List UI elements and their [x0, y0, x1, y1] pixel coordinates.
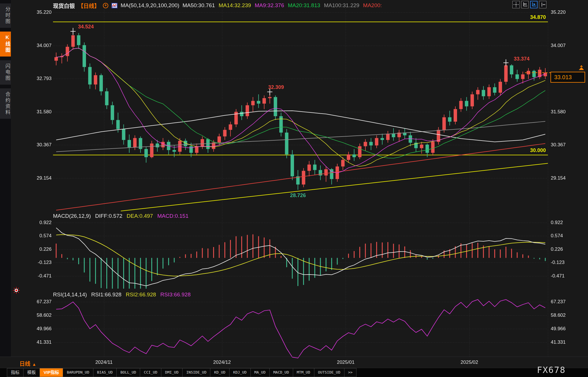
macd-axis-label: 0.574 [551, 233, 585, 239]
left-sidebar: 分时图K线图闪电图合约资料 [0, 0, 11, 357]
macd-axis-label: 0.922 [18, 220, 52, 226]
rsi-axis-label: 49.966 [551, 326, 585, 332]
horizontal-line-label: 34.870 [509, 14, 546, 20]
indicator-tab[interactable]: OUTSIDE_UD [314, 368, 344, 377]
ma-legend-item: MA50:30.761 [183, 2, 215, 8]
rsi-axis-label: 67.237 [18, 299, 52, 305]
indicator-tab[interactable]: VIP指标 [40, 368, 63, 377]
chart-type-icon[interactable] [111, 3, 117, 8]
macd-axis-label: 0.226 [551, 246, 585, 252]
macd-axis-label: 0.574 [18, 233, 52, 239]
plus-circle-icon[interactable]: + [103, 3, 108, 8]
time-axis-label: 2024/12 [205, 359, 239, 365]
last-price-label: 33.013 [550, 72, 585, 83]
axis-scale-button[interactable] [521, 1, 529, 8]
price-annotation: 34.524 [78, 24, 94, 30]
price-axis-label: 30.367 [551, 142, 585, 148]
time-axis: 日线▲ 2024/112024/122025/012025/02 [0, 357, 588, 368]
horizontal-line-label: 30.000 [509, 147, 546, 153]
period-selector[interactable]: 日线▲ [19, 359, 36, 367]
sidebar-item-[interactable]: 闪电图 [0, 60, 11, 85]
price-axis-label: 29.154 [18, 175, 52, 181]
price-annotation: 33.374 [514, 56, 530, 62]
ma-legend-item: MA9:32.376 [255, 2, 284, 8]
indicator-tab[interactable]: MA_UD [250, 368, 270, 377]
time-axis-label: 2025/02 [452, 359, 487, 365]
live-indicator-icon[interactable] [13, 287, 20, 295]
indicator-tab[interactable]: 指标 [7, 368, 23, 377]
period-tag: 【日线】 [78, 2, 100, 9]
chart-canvas[interactable] [0, 0, 588, 377]
crosshair-tool-button[interactable] [512, 1, 520, 8]
macd-value: MACD:0.151 [157, 213, 189, 219]
price-axis-label: 29.154 [551, 175, 585, 181]
rsi-axis-label: 49.966 [18, 326, 52, 332]
macd-dea-value: DEA:0.497 [127, 213, 153, 219]
macd-axis-label: 0.226 [18, 246, 52, 252]
ma-settings-label: MA(50,14,9,20,100,200) [121, 2, 179, 9]
rsi-axis-label: 58.602 [551, 312, 585, 318]
price-axis-label: 32.793 [18, 76, 52, 81]
ma-legend-item: MA200: [363, 2, 382, 8]
period-up-arrow-icon: ▲ [32, 362, 36, 367]
ma-legend-item: MA20:31.813 [288, 2, 320, 8]
indicator-tab[interactable]: >> [344, 368, 357, 377]
rsi-axis-label: 41.331 [18, 339, 52, 345]
rsi3-value: RSI3:66.928 [160, 292, 191, 298]
indicator-tab[interactable]: CCI_UD [140, 368, 161, 377]
indicator-tab[interactable]: MACD_UD [269, 368, 293, 377]
indicator-tab[interactable]: BIAS_UD [93, 368, 117, 377]
sidebar-item-[interactable]: 合约资料 [0, 88, 11, 119]
rsi2-value: RSI2:66.928 [126, 292, 156, 298]
macd-axis-label: -0.471 [18, 273, 52, 279]
indicator-tab[interactable]: MTM_UD [293, 368, 314, 377]
macd-axis-label: -0.471 [551, 273, 585, 279]
price-annotation: 32.309 [268, 84, 284, 90]
macd-axis-label: 0.922 [551, 220, 585, 226]
time-axis-label: 2024/11 [87, 359, 121, 365]
indicator-tab[interactable]: 模板 [23, 368, 40, 377]
rsi1-value: RSI1:66.928 [91, 292, 121, 298]
indicator-tab[interactable]: KDJ_UD [229, 368, 251, 377]
chart-header: 现货白银 【日线】 + MA(50,14,9,20,100,200) MA50:… [53, 1, 386, 9]
symbol-title: 现货白银 [53, 2, 75, 9]
sidebar-item-[interactable]: 分时图 [0, 3, 11, 28]
price-axis-label: 35.220 [551, 9, 585, 15]
indicator-tab[interactable]: BARUPDN_UD [63, 368, 93, 377]
price-axis-label: 31.580 [551, 109, 585, 115]
rsi-axis-label: 67.237 [551, 299, 585, 305]
price-axis-label: 34.007 [18, 43, 52, 48]
axis-auto-button[interactable] [530, 1, 538, 8]
pane-shift-button[interactable] [539, 1, 546, 8]
ma-legend: MA50:30.761MA14:32.239MA9:32.376MA20:31.… [183, 2, 386, 9]
price-axis-label: 35.220 [18, 9, 52, 15]
macd-axis-label: -0.123 [551, 260, 585, 265]
ma-legend-item: MA100:31.229 [324, 2, 360, 8]
price-up-arrow-icon [579, 65, 584, 70]
macd-title: MACD(26,12,9) [53, 213, 91, 219]
indicator-tab[interactable]: DMI_UD [161, 368, 183, 377]
chart-toolbar [512, 1, 546, 8]
rsi-title: RSI(14,14,14) [53, 292, 87, 298]
indicator-tab[interactable]: INSIDE_UD [182, 368, 210, 377]
time-axis-label: 2025/01 [328, 359, 363, 365]
watermark: FX678 [537, 365, 566, 375]
price-annotation: 28.726 [290, 192, 306, 198]
trading-app: 分时图K线图闪电图合约资料 现货白银 【日线】 + MA(50,14,9,20,… [0, 0, 588, 377]
macd-pane-header: MACD(26,12,9) DIFF:0.572 DEA:0.497 MACD:… [53, 213, 189, 219]
price-axis-label: 34.007 [551, 43, 585, 48]
price-axis-label: 30.367 [18, 142, 52, 148]
price-axis-label: 31.580 [18, 109, 52, 115]
rsi-axis-label: 41.331 [551, 339, 585, 345]
sidebar-item-active[interactable]: K线图 [0, 32, 11, 57]
macd-diff-value: DIFF:0.572 [95, 213, 122, 219]
indicator-tab[interactable]: BOLL_UD [116, 368, 140, 377]
macd-axis-label: -0.123 [18, 260, 52, 265]
rsi-pane-header: RSI(14,14,14) RSI1:66.928 RSI2:66.928 RS… [53, 292, 191, 298]
indicator-toolbar: 指标模板VIP指标BARUPDN_UDBIAS_UDBOLL_UDCCI_UDD… [0, 368, 588, 377]
rsi-axis-label: 58.602 [18, 312, 52, 318]
indicator-tab[interactable]: KD_UD [210, 368, 229, 377]
ma-legend-item: MA14:32.239 [219, 2, 251, 8]
